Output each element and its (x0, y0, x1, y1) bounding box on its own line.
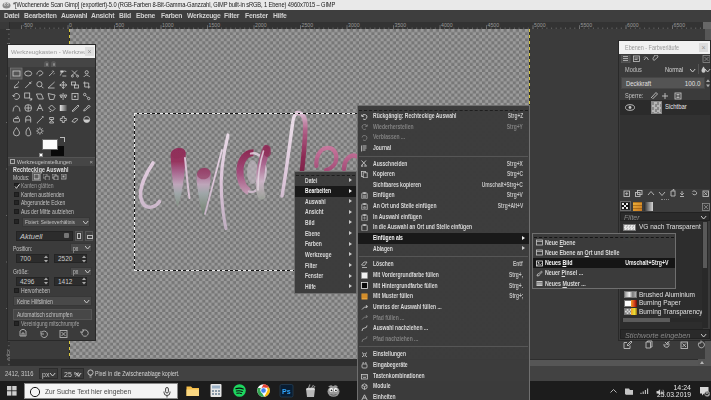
svg-text:3500: 3500 (395, 22, 407, 28)
svg-text:1000: 1000 (162, 22, 174, 28)
svg-text:500: 500 (116, 22, 125, 28)
svg-text:4000: 4000 (441, 22, 453, 28)
svg-text:5: 5 (706, 391, 709, 397)
svg-text:0: 0 (69, 22, 72, 28)
svg-text:5500: 5500 (581, 22, 593, 28)
svg-text:4500: 4500 (488, 22, 500, 28)
svg-text:2000: 2000 (255, 22, 267, 28)
svg-text:Ps: Ps (282, 388, 291, 395)
svg-text:1500: 1500 (209, 22, 221, 28)
svg-text:2500: 2500 (302, 22, 314, 28)
svg-text:-500: -500 (23, 22, 33, 28)
svg-text:6500: 6500 (674, 22, 686, 28)
svg-text:6000: 6000 (627, 22, 639, 28)
svg-text:5000: 5000 (534, 22, 546, 28)
svg-text:3000: 3000 (348, 22, 360, 28)
